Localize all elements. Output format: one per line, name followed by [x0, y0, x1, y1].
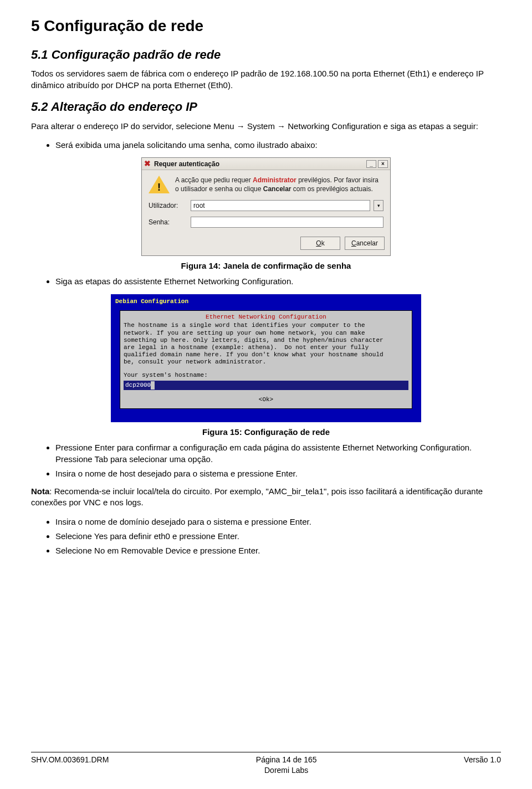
auth-dialog-titlebar: ✖ Requer autenticação _ ×: [142, 158, 390, 170]
password-input[interactable]: [191, 217, 383, 228]
debian-prompt: Your system's hostname:: [124, 371, 408, 380]
para-5-2-intro: Para alterar o endereço IP do servidor, …: [31, 121, 501, 132]
user-label: Utilizador:: [149, 201, 187, 210]
heading-chapter: 5 Configuração de rede: [31, 16, 501, 37]
debian-body-text: The hostname is a single word that ident…: [124, 322, 408, 366]
debian-window-heading: Ethernet Networking Configuration: [124, 313, 408, 321]
auth-dialog: ✖ Requer autenticação _ × ! A acção que …: [141, 157, 391, 256]
footer-company: Doremi Labs: [264, 766, 308, 775]
page-footer: SHV.OM.003691.DRM Página 14 de 165 Dorem…: [31, 752, 501, 776]
debian-config-screen: Debian Configuration Ethernet Networking…: [111, 294, 421, 422]
footer-doc-id: SHV.OM.003691.DRM: [31, 755, 109, 776]
warning-icon: !: [149, 176, 170, 194]
debian-ok-button[interactable]: <Ok>: [124, 396, 408, 404]
auth-dialog-message: A acção que pediu requer Administrator p…: [175, 176, 383, 194]
hostname-input[interactable]: dcp2000_: [124, 381, 408, 390]
bullet-removable-no: Selecione No em Removable Device e press…: [55, 545, 501, 556]
user-input[interactable]: root: [191, 200, 370, 211]
auth-dialog-title: Requer autenticação: [154, 160, 219, 168]
figure-15-caption: Figura 15: Configuração de rede: [31, 427, 501, 438]
figure-14-caption: Figura 14: Janela de confirmação de senh…: [31, 260, 501, 271]
bullet-press-enter: Pressione Enter para confirmar a configu…: [55, 442, 501, 465]
password-label: Senha:: [149, 218, 187, 227]
bullet-domain: Insira o nome de domínio desejado para o…: [55, 516, 501, 527]
debian-config-title: Debian Configuration: [115, 298, 418, 306]
footer-page: Página 14 de 165: [256, 755, 317, 764]
nota-paragraph: Nota: Recomenda-se incluir local/tela do…: [31, 486, 501, 509]
footer-version: Versão 1.0: [464, 755, 501, 776]
minimize-icon[interactable]: _: [366, 160, 376, 168]
ok-button[interactable]: Ok: [300, 237, 340, 250]
debian-config-window: Ethernet Networking Configuration The ho…: [120, 310, 412, 409]
close-icon[interactable]: ×: [378, 160, 388, 168]
heading-section-5-1: 5.1 Configuração padrão de rede: [31, 47, 501, 63]
para-5-1: Todos os servidores saem de fábrica com …: [31, 68, 501, 91]
dialog-app-icon: ✖: [144, 158, 151, 169]
cancel-button[interactable]: Cancelar: [345, 237, 385, 250]
user-combo-chevron-down-icon[interactable]: ▾: [374, 200, 383, 211]
heading-section-5-2: 5.2 Alteração do endereço IP: [31, 99, 501, 115]
bullet-eth0-yes: Selecione Yes para definir eth0 e pressi…: [55, 531, 501, 542]
bullet-hostname: Insira o nome de host desejado para o si…: [55, 468, 501, 479]
bullet-follow-wizard: Siga as etapas do assistente Ethernet Ne…: [55, 276, 501, 287]
bullet-password-window: Será exibida uma janela solicitando uma …: [55, 140, 501, 151]
